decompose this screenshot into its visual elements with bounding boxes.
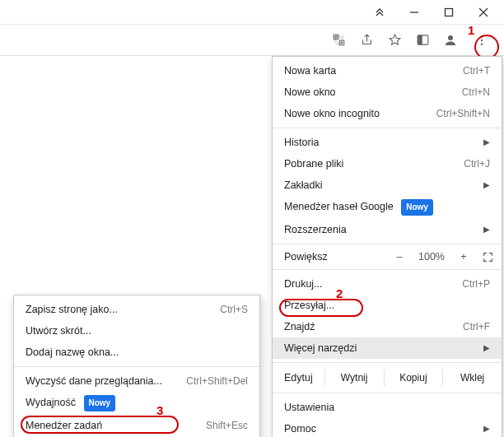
svg-point-10 xyxy=(481,43,483,44)
window-titlebar xyxy=(0,0,504,25)
submenu-item-task-manager[interactable]: Menedżer zadań Shift+Esc xyxy=(14,415,259,436)
submenu-arrow-icon: ▶ xyxy=(483,135,490,150)
menu-item-bookmarks[interactable]: Zakładki ▶ xyxy=(273,174,502,196)
submenu-arrow-icon: ▶ xyxy=(483,222,490,237)
submenu-arrow-icon: ▶ xyxy=(483,421,490,436)
zoom-in-button[interactable]: + xyxy=(458,251,469,263)
menu-separator xyxy=(273,244,502,244)
edit-copy-button[interactable]: Kopiuj xyxy=(385,370,444,386)
submenu-arrow-icon: ▶ xyxy=(483,178,490,193)
share-icon[interactable] xyxy=(359,33,374,48)
close-icon[interactable] xyxy=(478,7,489,18)
menu-item-more-tools[interactable]: Więcej narzędzi ▶ xyxy=(273,337,502,359)
zoom-out-button[interactable]: – xyxy=(394,251,405,263)
menu-item-password-manager[interactable]: Menedżer haseł Google Nowy xyxy=(273,196,502,219)
edit-cut-button[interactable]: Wytnij xyxy=(325,370,385,386)
menu-item-print[interactable]: Drukuj... Ctrl+P xyxy=(273,273,502,295)
submenu-item-clear-browsing-data[interactable]: Wyczyść dane przeglądania... Ctrl+Shift+… xyxy=(14,370,259,392)
svg-rect-6 xyxy=(418,35,422,44)
svg-point-9 xyxy=(481,39,483,40)
translate-icon[interactable]: ⠀ xyxy=(331,33,346,48)
menu-item-zoom: Powiększ – 100% + xyxy=(273,248,502,266)
menu-item-new-window[interactable]: Nowe okno Ctrl+N xyxy=(273,81,502,103)
menu-item-cast[interactable]: Przesyłaj... xyxy=(273,295,502,316)
menu-separator xyxy=(273,393,502,393)
menu-shortcut: Ctrl+T xyxy=(463,63,490,78)
menu-item-extensions[interactable]: Rozszerzenia ▶ xyxy=(273,219,502,240)
side-panel-icon[interactable] xyxy=(415,33,430,48)
menu-separator xyxy=(273,128,502,128)
menu-separator xyxy=(14,366,259,367)
restore-down-icon[interactable] xyxy=(374,7,385,18)
kebab-menu-button[interactable] xyxy=(471,30,492,51)
star-icon[interactable] xyxy=(387,33,402,48)
menu-separator xyxy=(273,269,502,270)
menu-item-help[interactable]: Pomoc ▶ xyxy=(273,418,502,437)
new-badge: Nowy xyxy=(84,395,116,411)
more-tools-submenu: Zapisz stronę jako... Ctrl+S Utwórz skró… xyxy=(13,295,260,437)
zoom-value: 100% xyxy=(418,251,445,263)
menu-item-find[interactable]: Znajdź Ctrl+F xyxy=(273,316,502,337)
menu-item-downloads[interactable]: Pobrane pliki Ctrl+J xyxy=(273,153,502,174)
menu-item-edit: Edytuj Wytnij Kopiuj Wklej xyxy=(273,366,502,389)
submenu-item-create-shortcut[interactable]: Utwórz skrót... xyxy=(14,320,259,342)
svg-point-8 xyxy=(481,35,483,37)
svg-point-7 xyxy=(448,35,453,40)
menu-label: Nowa karta xyxy=(284,63,336,78)
submenu-item-performance[interactable]: Wydajność Nowy xyxy=(14,392,259,415)
new-badge: Nowy xyxy=(401,199,433,216)
browser-toolbar: ⠀ xyxy=(0,25,504,56)
menu-item-settings[interactable]: Ustawienia xyxy=(273,397,502,418)
menu-item-new-incognito[interactable]: Nowe okno incognito Ctrl+Shift+N xyxy=(273,103,502,124)
chrome-main-menu: Nowa karta Ctrl+T Nowe okno Ctrl+N Nowe … xyxy=(272,56,502,437)
menu-separator xyxy=(273,362,502,363)
maximize-icon[interactable] xyxy=(443,7,455,18)
edit-paste-button[interactable]: Wklej xyxy=(443,370,502,386)
submenu-item-name-window[interactable]: Dodaj nazwę okna... xyxy=(14,342,259,363)
menu-item-history[interactable]: Historia ▶ xyxy=(273,132,502,153)
minimize-icon[interactable] xyxy=(408,7,420,18)
submenu-item-save-page[interactable]: Zapisz stronę jako... Ctrl+S xyxy=(14,299,259,320)
submenu-arrow-icon: ▶ xyxy=(483,341,490,356)
svg-rect-1 xyxy=(446,8,453,16)
fullscreen-icon[interactable] xyxy=(483,252,493,263)
profile-icon[interactable] xyxy=(443,33,458,48)
menu-item-new-tab[interactable]: Nowa karta Ctrl+T xyxy=(273,60,502,81)
